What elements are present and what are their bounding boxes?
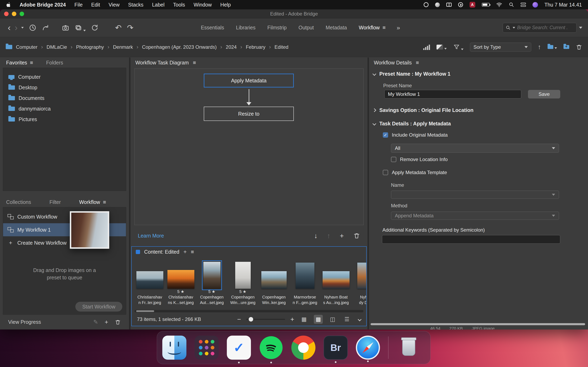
favorite-documents[interactable]: Documents [3, 93, 126, 103]
import-from-camera-icon[interactable] [62, 24, 69, 31]
refresh-icon[interactable] [91, 24, 98, 31]
batch-camera-icon[interactable] [75, 24, 86, 31]
remove-location-checkbox[interactable] [391, 157, 396, 162]
favorite-home[interactable]: dannymaiorca [3, 103, 126, 114]
task-node-apply-metadata[interactable]: Apply Metadata [204, 74, 294, 87]
thumbnail-item[interactable]: 5 ★ Copenhagen Win...ure.jpeg [228, 262, 258, 309]
thumbnail-item[interactable]: Nyhavn Boat s Au...ing.jpeg [321, 262, 351, 309]
thumbnail-item[interactable]: Christianshav n Fr..ter.jpeg [135, 262, 164, 309]
chevron-right-icon[interactable] [372, 108, 376, 112]
bridge-search[interactable] [503, 23, 577, 33]
photo-thumbnail[interactable] [296, 263, 314, 289]
dock-bridge-icon[interactable]: Br [324, 336, 348, 360]
tab-metadata[interactable]: Metadata [326, 25, 347, 31]
delete-task-icon[interactable] [353, 232, 360, 239]
play-circle-icon[interactable] [458, 2, 463, 7]
sort-direction-icon[interactable]: ↑ [538, 43, 541, 51]
learn-more-link[interactable]: Learn More [138, 233, 164, 239]
profile-icon[interactable] [532, 2, 538, 8]
dock-trash-icon[interactable] [397, 336, 421, 360]
apply-template-row[interactable]: Apply Metadata Template [383, 170, 447, 175]
crumb-computer[interactable]: Computer [16, 44, 37, 50]
remove-location-row[interactable]: Remove Location Info [391, 157, 448, 162]
thumbnail-item-selected[interactable]: 5 ★ Copenhagen Aut...set.jpeg [197, 262, 227, 309]
thumbnail-item[interactable]: Nyhavn dy Dav... [352, 262, 366, 309]
tab-favorites[interactable]: Favorites ≡ [6, 59, 33, 66]
new-folder-icon[interactable] [563, 45, 569, 49]
chevron-down-icon[interactable] [372, 72, 376, 76]
tab-filter[interactable]: Filter [49, 199, 61, 205]
thumbnail-item[interactable]: 5 ★ Christianshav ns K...set.jpeg [166, 262, 196, 309]
delete-preset-icon[interactable] [115, 319, 121, 325]
workflow-tab-menu-icon[interactable]: ≡ [383, 25, 386, 31]
preset-name-input[interactable] [384, 90, 521, 99]
dock-chrome-icon[interactable] [291, 336, 315, 360]
favorite-pictures[interactable]: Pictures [3, 114, 126, 125]
menu-label[interactable]: Label [148, 2, 169, 8]
add-task-icon[interactable]: + [340, 232, 344, 240]
menu-help[interactable]: Help [216, 2, 235, 8]
recent-folders-icon[interactable] [548, 45, 557, 49]
photo-thumbnail[interactable] [323, 271, 350, 289]
tab-collections[interactable]: Collections [6, 199, 31, 205]
include-original-checkbox[interactable]: ✓ [383, 132, 388, 138]
template-name-dropdown[interactable] [391, 191, 559, 199]
view-detail-button[interactable]: ◫ [328, 315, 337, 324]
tab-workflow[interactable]: Workflow ≡ [359, 25, 386, 31]
wifi-icon[interactable] [496, 2, 502, 7]
dock-finder-icon[interactable] [162, 336, 186, 360]
favorite-desktop[interactable]: Desktop [3, 82, 126, 93]
task-details-section[interactable]: Task Details : Apply Metadata [373, 121, 451, 127]
crumb-drive[interactable]: DMLaCie [47, 44, 67, 50]
forward-button[interactable]: › [13, 24, 20, 32]
thumbnail-item[interactable]: Marmorbroe n F...gen.jpeg [290, 262, 320, 309]
details-horizontal-scrollbar[interactable] [371, 323, 585, 325]
crumb-copenhagen[interactable]: Copenhagen (Apr. 2023 Onwards) [142, 44, 217, 50]
content-add-icon[interactable]: + [183, 249, 187, 255]
crumb-2024[interactable]: 2024 [226, 44, 237, 50]
edit-preset-icon[interactable]: ✎ [93, 319, 98, 325]
move-task-up-icon[interactable]: ↑ [327, 232, 330, 240]
dock-spotify-icon[interactable] [259, 336, 283, 360]
method-dropdown[interactable]: Append Metadata [391, 212, 559, 220]
app-menu-title[interactable]: Adobe Bridge 2024 [15, 2, 70, 8]
tab-folders[interactable]: Folders [46, 60, 63, 66]
logo-ring-icon[interactable] [424, 2, 429, 7]
tab-workflow-panel[interactable]: Workflow ≡ [79, 199, 106, 205]
tab-libraries[interactable]: Libraries [236, 25, 256, 31]
keywords-input[interactable] [382, 235, 560, 244]
menu-view[interactable]: View [104, 2, 124, 8]
photo-thumbnail[interactable] [136, 271, 163, 289]
dock-things-icon[interactable]: ✓ [227, 336, 251, 360]
recent-history-icon[interactable] [29, 24, 36, 31]
close-button[interactable] [4, 12, 9, 16]
slider-knob[interactable] [249, 317, 253, 322]
redo-icon[interactable]: ↷ [127, 23, 134, 32]
crumb-february[interactable]: February [246, 44, 265, 50]
move-task-down-icon[interactable]: ↓ [314, 232, 318, 240]
chevron-down-icon[interactable] [372, 122, 376, 125]
view-progress-label[interactable]: View Progress [8, 319, 41, 325]
apple-menu[interactable] [6, 2, 15, 8]
crumb-edited[interactable]: Edited [275, 44, 288, 50]
letter-badge-icon[interactable]: A [470, 2, 475, 8]
spotlight-search-icon[interactable] [509, 2, 514, 7]
minimize-button[interactable] [12, 12, 16, 16]
dock-launchpad-icon[interactable] [195, 336, 219, 360]
photo-thumbnail[interactable] [235, 262, 251, 289]
window-layout-icon[interactable] [446, 3, 452, 7]
rating-filter-icon[interactable] [423, 44, 430, 50]
animal-logo-icon[interactable] [435, 2, 440, 7]
undo-icon[interactable]: ↶ [115, 23, 122, 32]
content-menu-icon[interactable]: ≡ [191, 249, 194, 255]
zoom-in-icon[interactable]: + [290, 316, 294, 323]
view-thumbnail-button[interactable]: ▩ [314, 315, 323, 324]
menu-bar-clock[interactable]: Thu 7 Mar 14.41 [545, 2, 582, 8]
metadata-scope-dropdown[interactable]: All [391, 144, 559, 153]
tab-output[interactable]: Output [298, 25, 314, 31]
battery-icon[interactable] [482, 3, 490, 7]
thumbnail-item[interactable]: Copenhagen Win..ker.jpeg [259, 262, 289, 309]
view-grid-lock-button[interactable]: ▦ [300, 315, 309, 324]
diagram-menu-icon[interactable]: ≡ [193, 59, 196, 66]
photo-thumbnail[interactable] [203, 262, 221, 289]
